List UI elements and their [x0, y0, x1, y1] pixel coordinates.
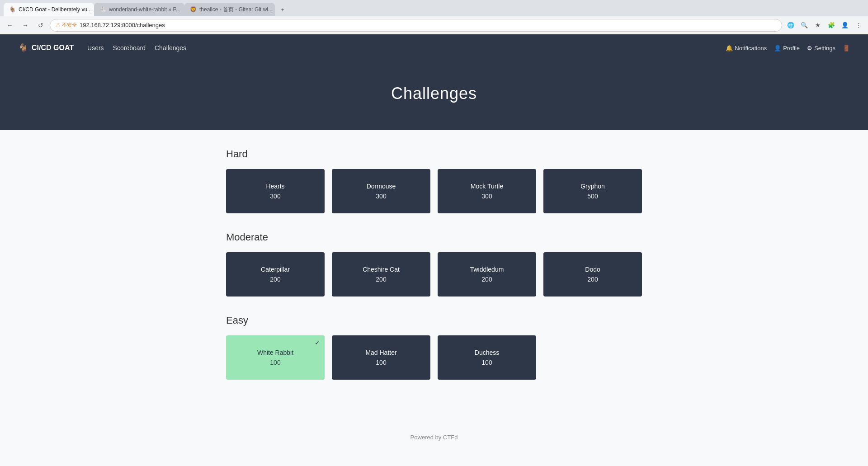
section-hard: HardHearts300Dormouse300Mock Turtle300Gr…: [226, 148, 642, 213]
section-moderate: ModerateCaterpillar200Cheshire Cat200Twi…: [226, 231, 642, 297]
footer-text: Powered by CTFd: [410, 434, 458, 441]
challenge-points: 100: [481, 359, 492, 366]
brand-name: CI/CD GOAT: [32, 44, 74, 52]
address-text: 192.168.72.129:8000/challenges: [80, 22, 165, 28]
challenge-name: Mock Turtle: [471, 183, 503, 190]
challenge-points: 500: [587, 193, 598, 200]
nav-settings[interactable]: ⚙ Settings: [807, 45, 835, 52]
nav-profile[interactable]: 👤 Profile: [774, 45, 800, 52]
challenge-name: Gryphon: [580, 183, 605, 190]
challenge-points: 200: [376, 276, 386, 283]
app-navbar: 🐐 CI/CD GOAT Users Scoreboard Challenges…: [0, 34, 868, 61]
challenge-card-cheshire-cat[interactable]: Cheshire Cat200: [332, 252, 430, 297]
bookmark-btn[interactable]: ★: [812, 19, 824, 31]
translate-btn[interactable]: 🌐: [785, 19, 797, 31]
section-easy: Easy✓White Rabbit100Mad Hatter100Duchess…: [226, 315, 642, 380]
challenge-name: Caterpillar: [261, 266, 290, 273]
challenge-points: 300: [481, 193, 492, 200]
challenge-name: White Rabbit: [257, 349, 293, 356]
reload-btn[interactable]: ↺: [34, 19, 47, 32]
challenge-name: Dodo: [585, 266, 600, 273]
profile-btn[interactable]: 👤: [839, 19, 851, 31]
challenge-points: 100: [376, 359, 386, 366]
challenge-card-duchess[interactable]: Duchess100: [438, 335, 536, 380]
brand-link[interactable]: 🐐 CI/CD GOAT: [18, 43, 74, 53]
challenge-card-hearts[interactable]: Hearts300: [226, 169, 325, 213]
tab-label: CI/CD Goat - Deliberately vu...: [19, 6, 92, 13]
footer: Powered by CTFd: [0, 425, 868, 450]
challenge-points: 200: [481, 276, 492, 283]
brand-icon: 🐐: [18, 43, 28, 53]
challenge-card-mock-turtle[interactable]: Mock Turtle300: [438, 169, 536, 213]
notifications-label: Notifications: [735, 45, 767, 52]
challenge-card-white-rabbit[interactable]: ✓White Rabbit100: [226, 335, 325, 380]
challenge-name: Mad Hatter: [365, 349, 396, 356]
hero-section: Challenges: [0, 61, 868, 130]
logout-icon: 🚪: [843, 45, 850, 52]
section-title-easy: Easy: [226, 315, 642, 326]
checkmark-icon: ✓: [315, 339, 320, 346]
bell-icon: 🔔: [726, 45, 733, 52]
challenge-name: Cheshire Cat: [363, 266, 400, 273]
challenge-name: Duchess: [475, 349, 499, 356]
back-btn[interactable]: ←: [4, 19, 16, 32]
settings-icon: ⚙: [807, 45, 812, 52]
browser-action-buttons: 🌐 🔍 ★ 🧩 👤 ⋮: [785, 19, 864, 31]
browser-tab-3[interactable]: 🦁 thealice - 首页 - Gitea: Git wi... ✕: [184, 3, 275, 16]
new-tab-btn[interactable]: +: [277, 4, 288, 15]
challenge-card-caterpillar[interactable]: Caterpillar200: [226, 252, 325, 297]
navbar-right: 🔔 Notifications 👤 Profile ⚙ Settings 🚪: [726, 45, 850, 52]
challenge-points: 300: [270, 193, 280, 200]
challenge-name: Dormouse: [367, 183, 396, 190]
tab-3-label: thealice - 首页 - Gitea: Git wi...: [199, 6, 273, 14]
tab-bar: 🐐 CI/CD Goat - Deliberately vu... ✕ 🐇 wo…: [0, 0, 868, 16]
challenge-card-mad-hatter[interactable]: Mad Hatter100: [332, 335, 430, 380]
profile-label: Profile: [783, 45, 800, 52]
nav-users[interactable]: Users: [87, 44, 104, 52]
menu-btn[interactable]: ⋮: [853, 19, 864, 31]
section-title-moderate: Moderate: [226, 231, 642, 243]
challenge-card-dormouse[interactable]: Dormouse300: [332, 169, 430, 213]
challenge-points: 200: [270, 276, 280, 283]
security-indicator: △ 不安全: [56, 22, 77, 28]
settings-label: Settings: [814, 45, 835, 52]
extensions-btn[interactable]: 🧩: [826, 19, 837, 31]
nav-scoreboard[interactable]: Scoreboard: [113, 44, 146, 52]
challenge-name: Twiddledum: [470, 266, 504, 273]
profile-icon: 👤: [774, 45, 781, 52]
challenge-grid-hard: Hearts300Dormouse300Mock Turtle300Grypho…: [226, 169, 642, 213]
challenge-grid-easy: ✓White Rabbit100Mad Hatter100Duchess100: [226, 335, 642, 380]
challenge-card-dodo[interactable]: Dodo200: [543, 252, 642, 297]
browser-tab-2[interactable]: 🐇 wonderland-white-rabbit » P... ✕: [94, 3, 184, 16]
challenge-name: Hearts: [266, 183, 284, 190]
address-bar[interactable]: △ 不安全 192.168.72.129:8000/challenges: [50, 19, 782, 32]
section-title-hard: Hard: [226, 148, 642, 160]
forward-btn[interactable]: →: [19, 19, 32, 32]
challenge-points: 100: [270, 359, 280, 366]
browser-toolbar: ← → ↺ △ 不安全 192.168.72.129:8000/challeng…: [0, 16, 868, 34]
main-content: HardHearts300Dormouse300Mock Turtle300Gr…: [217, 130, 651, 425]
nav-logout[interactable]: 🚪: [843, 45, 850, 52]
page-title: Challenges: [0, 84, 868, 103]
navbar-links: Users Scoreboard Challenges: [87, 44, 186, 52]
challenge-card-twiddledum[interactable]: Twiddledum200: [438, 252, 536, 297]
search-btn[interactable]: 🔍: [798, 19, 810, 31]
nav-challenges[interactable]: Challenges: [155, 44, 186, 52]
browser-chrome: 🐐 CI/CD Goat - Deliberately vu... ✕ 🐇 wo…: [0, 0, 868, 34]
challenge-points: 300: [376, 193, 386, 200]
challenge-points: 200: [587, 276, 598, 283]
nav-notifications[interactable]: 🔔 Notifications: [726, 45, 767, 52]
browser-tab-active[interactable]: 🐐 CI/CD Goat - Deliberately vu... ✕: [4, 3, 94, 16]
challenge-card-gryphon[interactable]: Gryphon500: [543, 169, 642, 213]
challenge-grid-moderate: Caterpillar200Cheshire Cat200Twiddledum2…: [226, 252, 642, 297]
tab-2-label: wonderland-white-rabbit » P...: [109, 6, 180, 13]
